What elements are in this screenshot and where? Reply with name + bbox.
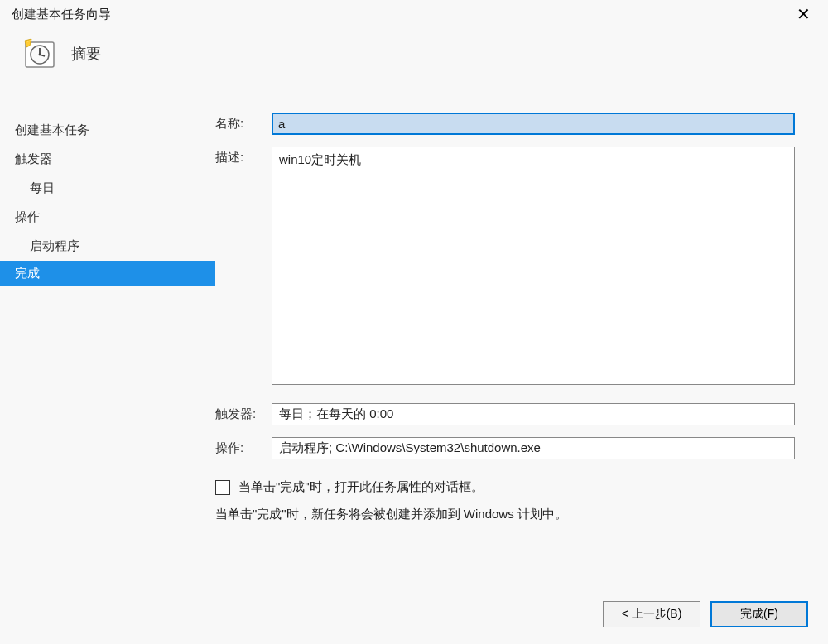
back-button[interactable]: < 上一步(B) [603, 601, 700, 627]
sidebar-subitem-daily[interactable]: 每日 [0, 174, 215, 203]
action-value: 启动程序; C:\Windows\System32\shutdown.exe [272, 437, 795, 459]
name-row: 名称: [215, 113, 795, 135]
sidebar-item-action[interactable]: 操作 [0, 203, 215, 232]
svg-point-4 [39, 54, 41, 56]
window-title: 创建基本任务向导 [12, 7, 111, 22]
open-properties-checkbox[interactable] [215, 480, 230, 495]
description-row: 描述: [215, 147, 795, 385]
header-section: 摘要 [0, 28, 828, 89]
name-label: 名称: [215, 113, 272, 132]
content-area: 创建基本任务 触发器 每日 操作 启动程序 完成 名称: 描述: 触发器: 每日… [0, 89, 828, 596]
trigger-label: 触发器: [215, 403, 272, 422]
main-panel: 名称: 描述: 触发器: 每日；在每天的 0:00 操作: 启动程序; C:\W… [215, 89, 828, 596]
info-text: 当单击"完成"时，新任务将会被创建并添加到 Windows 计划中。 [215, 507, 795, 522]
clock-wizard-icon [23, 37, 56, 70]
checkbox-label: 当单击"完成"时，打开此任务属性的对话框。 [238, 479, 484, 495]
sidebar-item-finish[interactable]: 完成 [0, 261, 215, 286]
title-bar: 创建基本任务向导 ✕ [0, 0, 828, 28]
page-heading: 摘要 [71, 44, 101, 64]
sidebar-item-trigger[interactable]: 触发器 [0, 145, 215, 174]
close-icon: ✕ [797, 5, 811, 23]
finish-button[interactable]: 完成(F) [710, 601, 808, 627]
description-textarea[interactable] [272, 147, 795, 385]
checkbox-row: 当单击"完成"时，打开此任务属性的对话框。 [215, 479, 795, 495]
description-label: 描述: [215, 147, 272, 166]
name-input[interactable] [272, 113, 795, 135]
action-row: 操作: 启动程序; C:\Windows\System32\shutdown.e… [215, 437, 795, 459]
action-label: 操作: [215, 437, 272, 456]
sidebar-item-create-task[interactable]: 创建基本任务 [0, 116, 215, 145]
wizard-window: 创建基本任务向导 ✕ 摘要 创建基本任务 触发器 每日 操作 启动程序 完成 [0, 0, 828, 644]
sidebar-subitem-start-program[interactable]: 启动程序 [0, 232, 215, 261]
button-bar: < 上一步(B) 完成(F) [0, 596, 828, 644]
close-button[interactable]: ✕ [787, 2, 820, 26]
trigger-value: 每日；在每天的 0:00 [272, 403, 795, 425]
trigger-row: 触发器: 每日；在每天的 0:00 [215, 403, 795, 425]
wizard-sidebar: 创建基本任务 触发器 每日 操作 启动程序 完成 [0, 89, 215, 596]
